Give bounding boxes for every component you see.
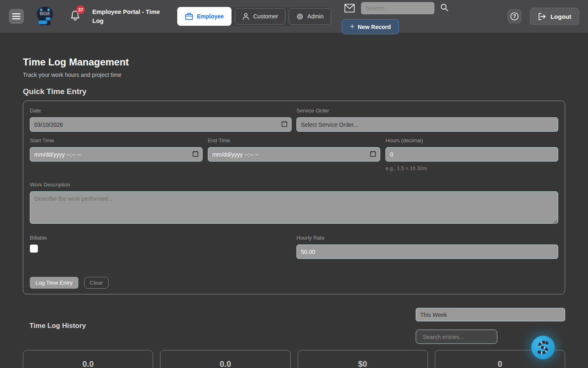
start-time-input[interactable] xyxy=(30,147,203,162)
start-time-field-group: Start Time xyxy=(30,137,203,171)
hourly-rate-field-group: Hourly Rate xyxy=(296,235,558,259)
hamburger-menu-button[interactable] xyxy=(9,9,24,24)
stat-value: 0.0 xyxy=(82,359,94,368)
hours-hint: e.g., 1.5 = 1h 30m xyxy=(385,166,558,171)
nav-search-cluster xyxy=(344,2,448,14)
page-subtitle: Track your work hours and project time xyxy=(23,72,565,78)
hours-input[interactable] xyxy=(385,147,558,162)
end-time-label: End Time xyxy=(208,137,381,144)
mail-icon[interactable] xyxy=(344,4,355,13)
billable-field-group: Billable xyxy=(30,235,292,259)
stat-value: $0 xyxy=(358,359,367,368)
work-description-textarea[interactable] xyxy=(30,191,558,224)
app-logo: BOA xyxy=(33,5,56,28)
briefcase-icon xyxy=(185,13,193,20)
week-filter-value: This Week xyxy=(420,312,447,318)
nav-right-cluster: ? Logout xyxy=(508,0,579,33)
description-field-group: Work Description xyxy=(30,182,558,225)
start-time-label: Start Time xyxy=(30,137,203,144)
tab-admin-label: Admin xyxy=(307,13,324,20)
stat-card-billable-hours: 0.0 xyxy=(160,350,290,368)
date-label: Date xyxy=(30,108,292,114)
new-record-label: New Record xyxy=(358,24,391,30)
tab-customer[interactable]: Customer xyxy=(235,8,285,25)
notification-count-badge: 37 xyxy=(76,5,85,14)
work-description-label: Work Description xyxy=(30,182,558,188)
week-filter-select[interactable]: This Week xyxy=(416,308,565,321)
page-title-nav: Employee Portal - Time Log xyxy=(92,7,172,25)
gear-icon xyxy=(296,13,304,20)
history-stats-row: 0.0 0.0 $0 0 xyxy=(23,350,565,368)
boa-snake-logo-icon: BOA xyxy=(33,5,56,28)
new-record-button[interactable]: + New Record xyxy=(342,19,399,34)
time-log-history-header: Time Log History This Week xyxy=(23,308,565,344)
entries-search-input[interactable] xyxy=(416,330,497,344)
hamburger-icon xyxy=(12,13,20,20)
search-input[interactable] xyxy=(361,2,434,14)
date-input[interactable] xyxy=(30,117,292,132)
tab-employee[interactable]: Employee xyxy=(177,7,232,26)
end-time-field-group: End Time xyxy=(208,137,381,171)
tab-admin[interactable]: Admin xyxy=(289,8,331,25)
hours-field-group: Hours (decimal) e.g., 1.5 = 1h 30m xyxy=(385,137,558,171)
service-order-label: Service Order xyxy=(296,108,558,114)
hours-label: Hours (decimal) xyxy=(385,137,558,144)
quick-time-entry-panel: Date Service Order Select Service Ord xyxy=(23,101,565,294)
snake-icon xyxy=(535,339,551,356)
svg-text:?: ? xyxy=(513,13,516,19)
top-navbar: BOA 37 Employee Portal - Time Log Employ… xyxy=(0,0,588,33)
service-order-value: Select Service Order... xyxy=(301,121,358,128)
service-order-select[interactable]: Select Service Order... xyxy=(296,117,558,132)
help-button[interactable]: ? xyxy=(508,9,521,23)
history-heading: Time Log History xyxy=(29,322,86,330)
stat-card-amount: $0 xyxy=(298,350,428,368)
quick-entry-heading: Quick Time Entry xyxy=(23,87,565,96)
logout-button[interactable]: Logout xyxy=(530,8,579,25)
billable-checkbox[interactable] xyxy=(30,245,38,253)
tab-employee-label: Employee xyxy=(197,13,224,20)
end-time-input[interactable] xyxy=(208,147,381,162)
hourly-rate-label: Hourly Rate xyxy=(296,235,558,241)
svg-text:BOA: BOA xyxy=(40,11,50,16)
question-icon: ? xyxy=(510,12,519,21)
logout-icon xyxy=(538,13,546,20)
search-icon[interactable] xyxy=(440,3,448,11)
page-title: Time Log Management xyxy=(23,56,565,68)
logout-label: Logout xyxy=(550,13,571,20)
notifications-bell[interactable]: 37 xyxy=(70,10,80,22)
stat-card-hours-week: 0.0 xyxy=(23,350,153,368)
portal-tab-group: Employee Customer Admin xyxy=(177,7,331,26)
stat-value: 0 xyxy=(498,359,502,368)
person-icon xyxy=(242,13,249,20)
tab-customer-label: Customer xyxy=(253,13,278,20)
plus-icon: + xyxy=(350,22,354,31)
hourly-rate-input[interactable] xyxy=(296,245,558,259)
clear-button[interactable]: Clear xyxy=(84,277,109,289)
log-time-entry-button[interactable]: Log Time Entry xyxy=(30,277,78,289)
service-order-field-group: Service Order Select Service Order... xyxy=(296,108,558,132)
date-field-group: Date xyxy=(30,108,292,132)
stat-value: 0.0 xyxy=(220,359,231,368)
billable-label: Billable xyxy=(30,235,292,241)
main-content: Time Log Management Track your work hour… xyxy=(0,56,588,368)
chat-assistant-fab[interactable] xyxy=(531,336,555,359)
